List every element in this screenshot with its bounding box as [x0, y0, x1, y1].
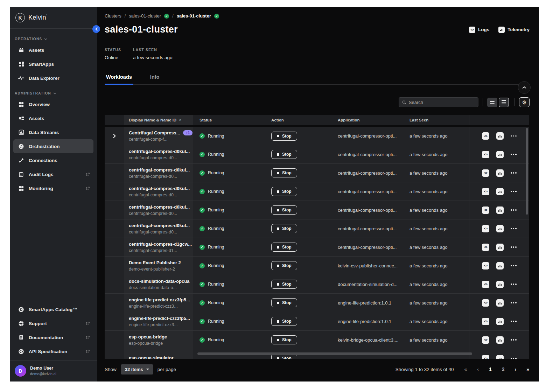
column-header-status[interactable]: Status: [193, 118, 265, 122]
workload-display-name[interactable]: centrifugal-compres-d0kul...: [129, 204, 190, 210]
row-logs-icon[interactable]: <>: [482, 318, 489, 325]
workload-display-name[interactable]: engine-life-predict-czz3fp5...: [129, 316, 190, 321]
next-page-button[interactable]: ›: [515, 366, 517, 372]
stop-button[interactable]: Stop: [271, 335, 297, 344]
row-logs-icon[interactable]: <>: [482, 244, 489, 251]
telemetry-button[interactable]: Telemetry: [498, 27, 530, 33]
horizontal-scrollbar[interactable]: [197, 352, 472, 355]
column-header-action[interactable]: Action: [265, 118, 331, 122]
row-logs-icon[interactable]: <>: [482, 281, 489, 288]
row-telemetry-icon[interactable]: [496, 151, 504, 158]
panel-collapse-button[interactable]: [518, 81, 531, 94]
row-menu-icon[interactable]: [511, 339, 517, 341]
row-logs-icon[interactable]: <>: [482, 225, 489, 232]
row-telemetry-icon[interactable]: [496, 169, 504, 177]
row-logs-icon[interactable]: <>: [482, 132, 489, 140]
first-page-button[interactable]: «: [464, 366, 467, 372]
workload-display-name[interactable]: centrifugal-compres-d0kul...: [129, 167, 190, 173]
row-menu-icon[interactable]: [511, 154, 517, 155]
tab-info[interactable]: Info: [149, 74, 161, 84]
row-logs-icon[interactable]: <>: [482, 188, 489, 195]
row-telemetry-icon[interactable]: [496, 318, 504, 325]
row-logs-icon[interactable]: <>: [482, 206, 489, 214]
last-page-button[interactable]: »: [526, 366, 529, 372]
breadcrumb-clusters[interactable]: Clusters: [105, 13, 121, 19]
workload-display-name[interactable]: docs-simulation-data-opcua: [129, 279, 189, 284]
row-logs-icon[interactable]: <>: [482, 169, 489, 177]
row-logs-icon[interactable]: <>: [482, 262, 489, 270]
row-telemetry-icon[interactable]: [496, 299, 504, 307]
sidebar-item-overview[interactable]: Overview: [13, 97, 93, 111]
workload-display-name[interactable]: esp-opcua-bridge: [129, 334, 167, 340]
row-menu-icon[interactable]: [511, 358, 517, 359]
sidebar-item-data-streams[interactable]: Data Streams: [13, 125, 93, 139]
workload-display-name[interactable]: centrifugal-compres-d1gcw...: [129, 241, 192, 247]
sidebar-collapse-button[interactable]: [92, 25, 100, 33]
stop-button[interactable]: Stop: [271, 132, 297, 141]
row-telemetry-icon[interactable]: [496, 336, 504, 344]
search-input[interactable]: [409, 100, 475, 105]
stop-button[interactable]: Stop: [271, 168, 297, 177]
workload-display-name[interactable]: centrifugal-compres-d0kul...: [129, 223, 190, 228]
page-size-dropdown[interactable]: 32 items: [121, 364, 153, 374]
tab-workloads[interactable]: Workloads: [105, 74, 133, 84]
row-menu-icon[interactable]: [511, 191, 517, 192]
sidebar-item-smartapps[interactable]: SmartApps: [13, 57, 93, 71]
sidebar-item-smartapps-catalog[interactable]: SmartApps Catalog™: [13, 302, 93, 316]
stop-button[interactable]: Stop: [271, 187, 297, 196]
row-menu-icon[interactable]: [511, 209, 517, 211]
row-menu-icon[interactable]: [511, 321, 517, 322]
prev-page-button[interactable]: ‹: [477, 366, 479, 372]
stop-button[interactable]: Stop: [271, 224, 297, 233]
compact-view-button[interactable]: [487, 98, 497, 107]
sidebar-item-connections[interactable]: Connections: [13, 153, 93, 167]
breadcrumb-parent-cluster[interactable]: sales-01-cluster: [129, 13, 161, 19]
sidebar-item-data-explorer[interactable]: Data Explorer: [13, 71, 93, 85]
row-menu-icon[interactable]: [511, 284, 517, 285]
list-view-button[interactable]: [499, 98, 509, 107]
workload-display-name[interactable]: centrifugal-compres-d0kul...: [129, 186, 190, 191]
column-header-last-seen[interactable]: Last Seen: [403, 118, 469, 122]
row-telemetry-icon[interactable]: [496, 132, 504, 140]
row-menu-icon[interactable]: [511, 228, 517, 229]
row-menu-icon[interactable]: [511, 135, 517, 137]
row-telemetry-icon[interactable]: [496, 206, 504, 214]
row-telemetry-icon[interactable]: [496, 225, 504, 232]
user-profile[interactable]: D Demo User demo@kelvin.ai: [10, 360, 97, 382]
workload-display-name[interactable]: engine-life-predict-czz3fp5...: [129, 297, 190, 302]
vertical-scrollbar[interactable]: [526, 128, 528, 215]
row-telemetry-icon[interactable]: [496, 244, 504, 251]
sidebar-item-monitoring[interactable]: Monitoring: [13, 181, 93, 195]
column-header-display-name[interactable]: Display Name & Name ID ↓↑: [124, 115, 193, 125]
table-settings-button[interactable]: ⚙: [519, 97, 530, 107]
stop-button[interactable]: Stop: [271, 205, 297, 215]
row-logs-icon[interactable]: <>: [482, 151, 489, 158]
sidebar-item-assets[interactable]: Assets: [13, 43, 93, 57]
row-logs-icon[interactable]: <>: [482, 355, 489, 359]
section-administration[interactable]: ADMINISTRATION: [10, 88, 97, 97]
stop-button[interactable]: Stop: [271, 317, 297, 326]
stop-button[interactable]: Stop: [271, 298, 297, 307]
stop-button[interactable]: Stop: [271, 261, 297, 270]
row-menu-icon[interactable]: [511, 265, 517, 266]
stop-button[interactable]: Stop: [271, 280, 297, 289]
row-telemetry-icon[interactable]: [496, 355, 504, 359]
page-2-button[interactable]: 2: [502, 366, 505, 372]
row-menu-icon[interactable]: [511, 172, 517, 174]
row-logs-icon[interactable]: <>: [482, 336, 489, 344]
workload-display-name[interactable]: Demo Event Publisher 2: [129, 260, 181, 265]
column-header-application[interactable]: Application: [331, 118, 403, 122]
search-box[interactable]: [399, 97, 478, 107]
sidebar-item-audit-logs[interactable]: Audit Logs: [13, 167, 93, 181]
sidebar-item-orchestration[interactable]: Orchestration: [13, 139, 93, 153]
stop-button[interactable]: Stop: [271, 150, 297, 159]
workload-display-name[interactable]: Centrifugal Compress...: [129, 130, 180, 135]
row-menu-icon[interactable]: [511, 302, 517, 303]
stop-button[interactable]: Stop: [271, 243, 297, 252]
workload-display-name[interactable]: esp-opcua-simulator: [129, 355, 174, 359]
sidebar-item-documentation[interactable]: Documentation: [13, 330, 93, 344]
sort-icon[interactable]: ↓↑: [178, 118, 181, 122]
row-telemetry-icon[interactable]: [496, 281, 504, 288]
row-expand-chevron-icon[interactable]: [113, 134, 116, 138]
row-telemetry-icon[interactable]: [496, 262, 504, 270]
